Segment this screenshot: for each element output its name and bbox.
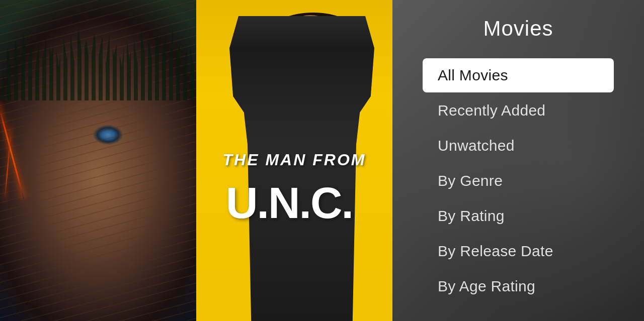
menu-item-by-age-rating[interactable]: By Age Rating	[423, 269, 614, 303]
menu-item-by-genre[interactable]: By Genre	[423, 164, 614, 198]
uncle-text-main: U.N.C.	[196, 181, 392, 225]
menu-panel: Movies All MoviesRecently AddedUnwatched…	[392, 0, 644, 321]
revenant-hair	[0, 0, 196, 321]
poster-revenant	[0, 0, 196, 321]
page-title: Movies	[423, 17, 614, 41]
menu-item-by-rating[interactable]: By Rating	[423, 199, 614, 233]
app-container: THE MAN FROM U.N.C. Movies All MoviesRec…	[0, 0, 644, 321]
menu-item-unwatched[interactable]: Unwatched	[423, 129, 614, 163]
menu-item-by-release-date[interactable]: By Release Date	[423, 234, 614, 268]
menu-item-recently-added[interactable]: Recently Added	[423, 93, 614, 128]
menu-list: All MoviesRecently AddedUnwatchedBy Genr…	[423, 58, 614, 304]
poster-uncle: THE MAN FROM U.N.C.	[196, 0, 392, 321]
poster-panel: THE MAN FROM U.N.C.	[0, 0, 392, 321]
uncle-text-top: THE MAN FROM	[196, 151, 392, 169]
menu-item-all-movies[interactable]: All Movies	[423, 58, 614, 92]
